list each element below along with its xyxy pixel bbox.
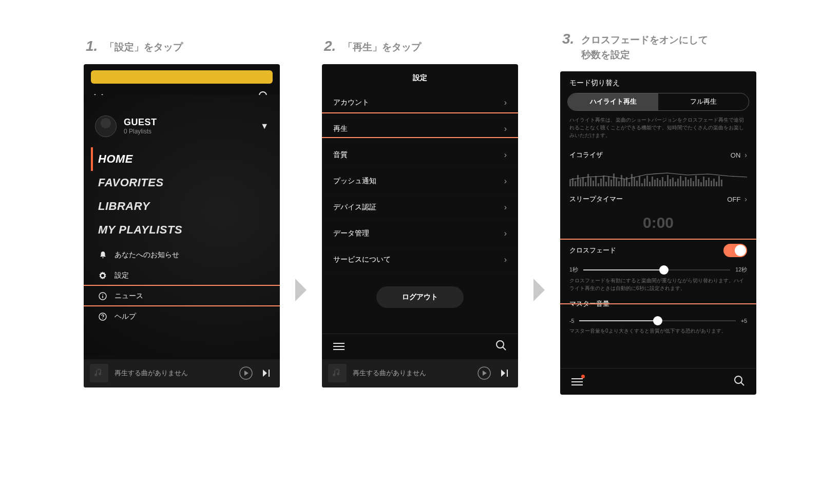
crossfade-description: クロスフェードを有効にすると楽曲間が重なりながら切り替わります。ハイライト再生の… xyxy=(560,276,756,297)
top-banner xyxy=(91,70,273,84)
page-title: 設定 xyxy=(322,64,518,90)
step-2-text: 「再生」をタップ xyxy=(343,40,421,55)
crossfade-row: クロスフェード xyxy=(560,238,756,263)
next-button[interactable] xyxy=(498,366,512,380)
svg-point-8 xyxy=(497,341,504,348)
slider-max: 12秒 xyxy=(735,266,747,274)
chevron-right-icon: › xyxy=(744,151,747,159)
search-icon[interactable] xyxy=(734,375,745,388)
avatar xyxy=(95,115,117,137)
svg-point-4 xyxy=(102,294,103,295)
step-1: 1. 「設定」をタップ GUEST 0 Playlists ▼ xyxy=(84,38,280,387)
master-description: マスター音量を0より大きくすると音質が低下する恐れがあります。 xyxy=(560,326,756,340)
settings-about[interactable]: サービスについて› xyxy=(322,247,518,273)
segment-full[interactable]: フル再生 xyxy=(658,93,749,110)
settings-device[interactable]: デバイス認証› xyxy=(322,195,518,221)
row-label: 音質 xyxy=(333,150,348,160)
menu-label: あなたへのお知らせ xyxy=(114,250,179,260)
row-label: データ管理 xyxy=(333,229,369,238)
tab-bar xyxy=(560,368,756,395)
chevron-right-icon: › xyxy=(504,124,507,133)
menu-news[interactable]: ニュース xyxy=(98,286,280,306)
master-volume-row: マスター音量 xyxy=(560,297,756,315)
mode-section-title: モード切り替え xyxy=(560,79,756,93)
arrow-right-icon xyxy=(295,279,307,301)
play-button[interactable] xyxy=(239,366,253,380)
slider-min: -5 xyxy=(569,318,574,324)
row-label: サービスについて xyxy=(333,255,391,264)
user-name: GUEST xyxy=(124,117,157,128)
logout-button[interactable]: ログアウト xyxy=(376,286,464,308)
notification-dot-icon xyxy=(581,375,585,378)
menu-help[interactable]: ヘルプ xyxy=(98,306,280,327)
row-label: プッシュ通知 xyxy=(333,177,376,186)
chevron-right-icon: › xyxy=(504,98,507,107)
play-button[interactable] xyxy=(477,366,491,380)
nav-home[interactable]: HOME xyxy=(91,147,280,171)
hamburger-icon[interactable] xyxy=(333,341,345,352)
row-label: スリープタイマー xyxy=(569,195,623,204)
bell-icon xyxy=(98,251,107,259)
settings-account[interactable]: アカウント› xyxy=(322,90,518,116)
hamburger-icon[interactable] xyxy=(571,376,583,387)
next-button[interactable] xyxy=(259,366,274,380)
settings-data[interactable]: データ管理› xyxy=(322,221,518,247)
screen-3: モード切り替え ハイライト再生 フル再生 ハイライト再生は、楽曲のショートバージ… xyxy=(560,71,756,395)
album-art-placeholder xyxy=(90,364,108,382)
slider-max: +5 xyxy=(741,318,747,324)
gear-icon xyxy=(98,272,107,280)
menu-label: ニュース xyxy=(114,292,143,301)
step-3-text: クロスフェードをオンにして 秒数を設定 xyxy=(581,33,708,62)
row-label: イコライザ xyxy=(569,150,603,160)
step-2-number: 2. xyxy=(324,38,336,54)
user-row[interactable]: GUEST 0 Playlists ▼ xyxy=(84,109,280,143)
nav-favorites[interactable]: FAVORITES xyxy=(98,171,280,195)
mode-segment[interactable]: ハイライト再生 フル再生 xyxy=(567,93,749,111)
step-1-text: 「設定」をタップ xyxy=(105,40,183,55)
playbar-text: 再生する曲がありません xyxy=(114,369,233,378)
row-label: クロスフェード xyxy=(569,246,616,255)
svg-point-6 xyxy=(102,318,103,319)
step-1-number: 1. xyxy=(86,38,98,54)
screen-2: 設定 アカウント› 再生› 音質› プッシュ通知› デバイス認証› データ管理›… xyxy=(322,64,518,387)
nav-my-playlists[interactable]: MY PLAYLISTS xyxy=(98,218,280,242)
nav-library[interactable]: LIBRARY xyxy=(98,195,280,218)
sleep-timer-display: 0:00 xyxy=(560,210,756,238)
chevron-right-icon: › xyxy=(504,255,507,264)
settings-list: アカウント› 再生› 音質› プッシュ通知› デバイス認証› データ管理› サー… xyxy=(322,90,518,273)
equalizer-row[interactable]: イコライザ ON › xyxy=(560,144,756,166)
step-3-number: 3. xyxy=(562,31,574,47)
tab-bar xyxy=(322,334,518,359)
svg-line-12 xyxy=(741,382,744,385)
menu-settings[interactable]: 設定 xyxy=(98,265,280,286)
slider-min: 1秒 xyxy=(569,266,578,274)
search-icon[interactable] xyxy=(495,340,507,353)
arrow-right-icon xyxy=(533,279,545,301)
equalizer-preview xyxy=(569,167,747,186)
row-label: アカウント xyxy=(333,98,369,107)
album-art-placeholder xyxy=(328,364,347,382)
chevron-right-icon: › xyxy=(504,150,507,160)
row-label: マスター音量 xyxy=(569,299,609,308)
svg-point-11 xyxy=(735,376,742,383)
segment-highlight[interactable]: ハイライト再生 xyxy=(568,93,658,110)
settings-quality[interactable]: 音質› xyxy=(322,142,518,168)
settings-playback[interactable]: 再生› xyxy=(322,116,518,142)
crossfade-slider[interactable]: 1秒 12秒 xyxy=(569,266,747,274)
master-volume-slider[interactable]: -5 +5 xyxy=(569,318,747,324)
chevron-right-icon: › xyxy=(504,177,507,186)
chevron-right-icon: › xyxy=(504,203,507,212)
crossfade-toggle[interactable] xyxy=(723,244,747,257)
step-2: 2. 「再生」をタップ 設定 アカウント› 再生› 音質› プッシュ通知› デバ… xyxy=(322,38,518,387)
sleep-timer-row[interactable]: スリープタイマー OFF › xyxy=(560,188,756,210)
settings-push[interactable]: プッシュ通知› xyxy=(322,168,518,195)
step-3: 3. クロスフェードをオンにして 秒数を設定 モード切り替え ハイライト再生 フ… xyxy=(560,31,756,395)
chevron-right-icon: › xyxy=(504,229,507,238)
playbar: 再生する曲がありません xyxy=(84,359,280,387)
mode-description: ハイライト再生は、楽曲のショートバージョンをクロスフェード再生で途切れることなく… xyxy=(560,115,756,144)
menu-notifications[interactable]: あなたへのお知らせ xyxy=(98,245,280,265)
row-value: ON xyxy=(731,151,741,159)
row-value: OFF xyxy=(727,196,740,203)
svg-line-9 xyxy=(503,347,506,350)
menu-label: ヘルプ xyxy=(114,312,136,321)
